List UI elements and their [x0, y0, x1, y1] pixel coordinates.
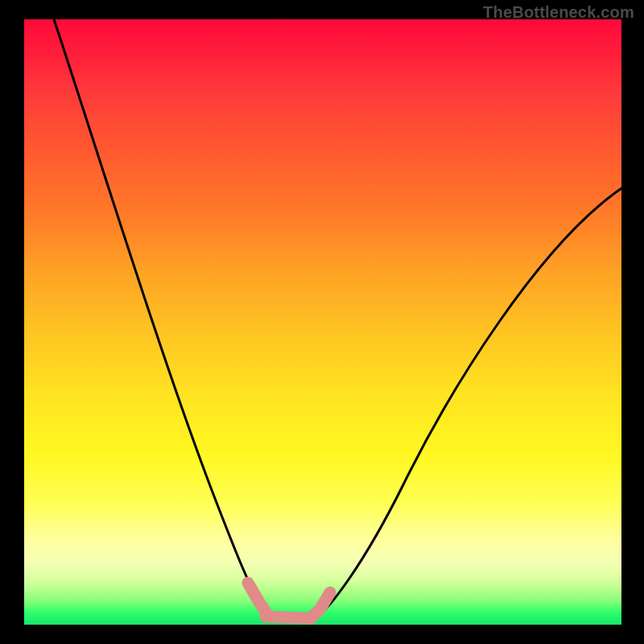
bottleneck-curve — [54, 19, 621, 620]
chart-frame: TheBottleneck.com — [0, 0, 644, 644]
target-band-bottom — [266, 617, 311, 618]
watermark-text: TheBottleneck.com — [483, 3, 634, 22]
target-band-left — [248, 583, 266, 612]
plot-area — [24, 19, 621, 625]
target-band-right — [311, 592, 330, 618]
chart-svg — [24, 19, 621, 625]
